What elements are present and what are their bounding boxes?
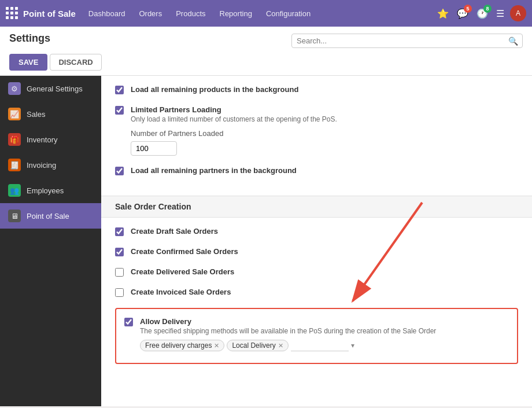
sidebar-item-employees[interactable]: 👥 Employees (0, 178, 101, 203)
draft-orders-checkbox[interactable] (115, 227, 124, 236)
topnav-right-icons: ⭐ 💬 5 🕐 8 ☰ A (435, 5, 526, 21)
sidebar-item-invoicing[interactable]: 🧾 Invoicing (0, 152, 101, 178)
tag-local-delivery-remove[interactable]: ✕ (278, 342, 283, 350)
sidebar-label-employees: Employees (27, 186, 64, 195)
activity-badge: 8 (483, 5, 492, 13)
tag-local-delivery-label: Local Delivery (232, 341, 275, 350)
sidebar-item-general-settings[interactable]: ⚙ General Settings (0, 76, 101, 101)
delivery-tags-row: Free delivery charges ✕ Local Delivery ✕… (140, 340, 436, 351)
search-wrapper: 🔍 (291, 34, 523, 48)
delivered-orders-checkbox[interactable] (115, 268, 124, 277)
page-wrapper: Point of Sale Dashboard Orders Products … (0, 0, 532, 408)
nav-configuration[interactable]: Configuration (260, 7, 316, 20)
star-icon[interactable]: ⭐ (435, 6, 451, 21)
content-section-top: Load all remaining products in the backg… (101, 76, 532, 196)
setting-allow-delivery: Allow Delivery The specified shipping me… (124, 317, 509, 351)
tag-local-delivery: Local Delivery ✕ (227, 340, 288, 351)
activity-icon[interactable]: 🕐 8 (474, 6, 490, 21)
sidebar-item-sales[interactable]: 📈 Sales (0, 101, 101, 127)
app-name: Point of Sale (23, 9, 76, 19)
partners-loaded-label: Number of Partners Loaded (131, 129, 337, 138)
settings-header: Settings 🔍 SAVE DISCARD (0, 27, 532, 76)
confirmed-orders-checkbox[interactable] (115, 248, 124, 256)
sidebar-label-sales: Sales (27, 110, 46, 119)
setting-load-products: Load all remaining products in the backg… (115, 85, 518, 95)
invoicing-icon: 🧾 (8, 159, 21, 171)
general-settings-icon: ⚙ (8, 82, 21, 95)
sidebar-label-general-settings: General Settings (27, 84, 83, 93)
messages-icon[interactable]: ☰ (494, 6, 507, 21)
invoiced-orders-label: Create Invoiced Sale Orders (131, 288, 231, 296)
invoiced-orders-checkbox[interactable] (115, 288, 124, 297)
sidebar: ⚙ General Settings 📈 Sales 🎁 Inventory 🧾… (0, 76, 101, 406)
allow-delivery-label: Allow Delivery (140, 317, 436, 326)
nav-products[interactable]: Products (170, 7, 211, 20)
app-logo: Point of Sale (23, 9, 76, 19)
nav-dashboard[interactable]: Dashboard (83, 7, 131, 20)
setting-invoiced-orders: Create Invoiced Sale Orders (115, 288, 518, 297)
allow-delivery-checkbox[interactable] (124, 318, 133, 326)
limited-partners-desc: Only load a limited number of customers … (131, 115, 337, 123)
load-products-checkbox[interactable] (115, 86, 124, 94)
search-input[interactable] (291, 34, 523, 48)
sidebar-item-point-of-sale[interactable]: 🖥 Point of Sale (0, 203, 101, 229)
settings-title: Settings (9, 32, 50, 45)
apps-grid-icon[interactable] (6, 7, 19, 20)
inventory-icon: 🎁 (8, 133, 21, 146)
setting-confirmed-orders: Create Confirmed Sale Orders (115, 247, 518, 257)
sidebar-label-inventory: Inventory (27, 135, 57, 144)
allow-delivery-box: Allow Delivery The specified shipping me… (115, 308, 518, 364)
allow-delivery-desc: The specified shipping methods will be a… (140, 327, 436, 335)
nav-orders[interactable]: Orders (133, 7, 168, 20)
tag-free-delivery-remove[interactable]: ✕ (214, 342, 219, 350)
sidebar-item-inventory[interactable]: 🎁 Inventory (0, 127, 101, 152)
chat-badge: 5 (464, 5, 472, 13)
pos-icon: 🖥 (8, 209, 21, 222)
delivery-search-input[interactable] (291, 340, 349, 351)
partners-loaded-input[interactable] (131, 141, 177, 156)
tag-free-delivery-label: Free delivery charges (145, 341, 212, 350)
setting-delivered-orders: Create Delivered Sale Orders (115, 267, 518, 277)
sale-order-section: Create Draft Sale Orders Create Confirme… (101, 218, 532, 378)
confirmed-orders-label: Create Confirmed Sale Orders (131, 247, 238, 256)
setting-load-partners: Load all remaining partners in the backg… (115, 166, 518, 176)
load-partners-label: Load all remaining partners in the backg… (131, 166, 297, 175)
tag-free-delivery: Free delivery charges ✕ (140, 340, 224, 351)
main-layout: ⚙ General Settings 📈 Sales 🎁 Inventory 🧾… (0, 76, 532, 406)
discard-button[interactable]: DISCARD (50, 54, 101, 71)
sidebar-label-point-of-sale: Point of Sale (27, 212, 69, 220)
sidebar-label-invoicing: Invoicing (27, 161, 56, 170)
setting-draft-orders: Create Draft Sale Orders (115, 227, 518, 237)
sale-order-section-header: Sale Order Creation (101, 196, 532, 218)
main-content: Load all remaining products in the backg… (101, 76, 532, 406)
limited-partners-checkbox[interactable] (115, 106, 124, 115)
load-products-label: Load all remaining products in the backg… (131, 85, 298, 94)
sales-icon: 📈 (8, 108, 21, 120)
delivered-orders-label: Create Delivered Sale Orders (131, 267, 234, 276)
limited-partners-label: Limited Partners Loading (131, 105, 337, 114)
header-buttons: SAVE DISCARD (9, 49, 523, 75)
nav-reporting[interactable]: Reporting (214, 7, 258, 20)
load-partners-checkbox[interactable] (115, 167, 124, 175)
save-button[interactable]: SAVE (9, 54, 47, 71)
employees-icon: 👥 (8, 184, 21, 197)
user-avatar[interactable]: A (510, 5, 526, 21)
chat-icon[interactable]: 💬 5 (455, 6, 471, 21)
delivery-chevron-icon: ▾ (351, 341, 354, 350)
setting-limited-partners: Limited Partners Loading Only load a lim… (115, 105, 518, 156)
search-icon: 🔍 (508, 36, 518, 46)
top-navigation: Point of Sale Dashboard Orders Products … (0, 0, 532, 27)
draft-orders-label: Create Draft Sale Orders (131, 227, 218, 236)
